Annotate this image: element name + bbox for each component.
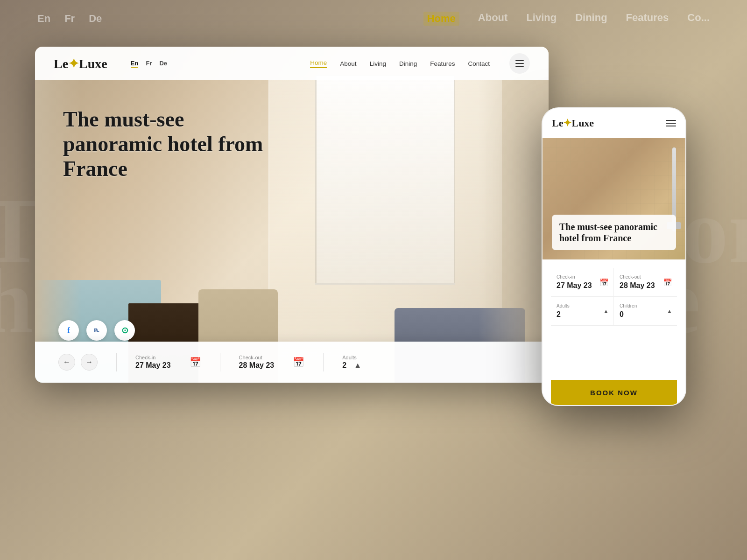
- mobile-headline-overlay: The must-see panoramic hotel from France: [552, 215, 676, 250]
- mobile-navbar: Le✦Luxe: [543, 108, 685, 138]
- mobile-checkout-field[interactable]: Check-out 28 May 23 📅: [614, 268, 677, 296]
- nav-lang-de[interactable]: De: [159, 60, 167, 68]
- nav-contact[interactable]: Contact: [468, 60, 490, 67]
- hamburger-button[interactable]: [509, 53, 530, 74]
- mobile-headline-box: The must-see panoramic hotel from France: [552, 215, 676, 250]
- mobile-ham-line-1: [666, 120, 676, 121]
- mobile-children-label: Children: [620, 303, 671, 308]
- desktop-headline: The must-see panoramic hotel from France: [63, 107, 287, 182]
- desktop-nav-lang[interactable]: En Fr De: [131, 60, 167, 68]
- adults-value: 2: [342, 361, 346, 370]
- facebook-icon[interactable]: f: [58, 320, 79, 341]
- mobile-logo: Le✦Luxe: [552, 117, 594, 129]
- mobile-checkout-value: 28 May 23: [620, 281, 655, 289]
- mobile-adults-field[interactable]: Adults 2 ▲: [551, 297, 614, 325]
- mobile-hero-image: The must-see panoramic hotel from France: [543, 138, 685, 259]
- checkin-calendar-icon[interactable]: 📅: [190, 357, 201, 368]
- bg-nav-features: Features: [626, 12, 669, 26]
- bg-nav-dining: Dining: [575, 12, 607, 26]
- hamburger-line-3: [515, 66, 524, 67]
- separator-2: [220, 353, 220, 371]
- nav-lang-fr[interactable]: Fr: [146, 60, 152, 68]
- hamburger-line-1: [515, 60, 524, 61]
- mobile-book-now-button[interactable]: BOOK NOW: [551, 380, 677, 405]
- mobile-children-value: 0: [620, 310, 624, 318]
- window-shape: [315, 75, 455, 285]
- nav-features[interactable]: Features: [430, 60, 455, 67]
- nav-living[interactable]: Living: [370, 60, 386, 67]
- tripadvisor-icon[interactable]: ⊙: [114, 320, 135, 341]
- social-icons: f B. ⊙: [58, 320, 135, 341]
- mobile-inner: Le✦Luxe The must-see panoramic hotel fro…: [543, 108, 685, 405]
- checkout-label: Check-out: [239, 355, 275, 360]
- nav-dining[interactable]: Dining: [399, 60, 417, 67]
- logo-luxe: Luxe: [79, 56, 107, 71]
- bg-nav-co: Co...: [687, 12, 710, 26]
- mobile-adults-arrow[interactable]: ▲: [603, 308, 609, 315]
- nav-home[interactable]: Home: [310, 59, 327, 68]
- adults-label: Adults: [342, 355, 361, 360]
- mobile-mockup: Le✦Luxe The must-see panoramic hotel fro…: [542, 107, 686, 406]
- mobile-adults-label: Adults: [557, 303, 608, 308]
- mobile-ham-line-2: [666, 123, 676, 124]
- desktop-headline-text: The must-see panoramic hotel from France: [63, 107, 287, 182]
- hamburger-line-2: [515, 63, 524, 64]
- checkin-field[interactable]: Check-in 27 May 23: [135, 355, 171, 370]
- mobile-logo-le: Le: [552, 117, 563, 129]
- bg-nav-lang: En Fr De: [37, 13, 102, 25]
- bg-nav-living: Living: [526, 12, 557, 26]
- mobile-checkin-field[interactable]: Check-in 27 May 23 📅: [551, 268, 614, 296]
- mobile-checkin-value: 27 May 23: [557, 281, 592, 289]
- checkin-value: 27 May 23: [135, 361, 171, 370]
- checkout-value: 28 May 23: [239, 361, 275, 370]
- adults-control: 2 ▲: [342, 361, 361, 370]
- mobile-logo-star: ✦: [563, 117, 571, 129]
- desktop-logo: Le✦Luxe: [54, 56, 107, 71]
- logo-star: ✦: [68, 56, 79, 71]
- mobile-booking-row-2: Adults 2 ▲ Children 0 ▲: [551, 297, 677, 326]
- checkin-label: Check-in: [135, 355, 171, 360]
- bg-nav-about: About: [478, 12, 508, 26]
- next-slide-button[interactable]: →: [81, 354, 98, 371]
- bg-nav-fr: Fr: [64, 13, 75, 25]
- bg-nav-en: En: [37, 13, 50, 25]
- prev-slide-button[interactable]: ←: [58, 354, 75, 371]
- mobile-headline-text: The must-see panoramic hotel from France: [559, 221, 669, 244]
- mobile-adults-value: 2: [557, 310, 561, 318]
- desktop-mockup: Le✦Luxe En Fr De Home About Living Dinin…: [35, 47, 549, 383]
- nav-about[interactable]: About: [340, 60, 356, 67]
- mobile-booking-form: Check-in 27 May 23 📅 Check-out 28 May 23…: [543, 259, 685, 405]
- separator-3: [323, 353, 324, 371]
- bg-nav-de: De: [89, 13, 102, 25]
- booking-icon[interactable]: B.: [86, 320, 107, 341]
- mobile-logo-luxe: Luxe: [571, 117, 594, 129]
- checkout-calendar-icon[interactable]: 📅: [293, 357, 304, 368]
- mobile-hamburger-button[interactable]: [666, 120, 676, 126]
- mobile-booking-row-1: Check-in 27 May 23 📅 Check-out 28 May 23…: [551, 268, 677, 297]
- adults-increment-button[interactable]: ▲: [354, 361, 361, 370]
- desktop-navbar: Le✦Luxe En Fr De Home About Living Dinin…: [35, 47, 549, 80]
- mobile-checkin-calendar-icon[interactable]: 📅: [599, 278, 609, 287]
- mobile-checkout-calendar-icon[interactable]: 📅: [663, 278, 672, 287]
- desktop-nav-links: Home About Living Dining Features Contac…: [310, 59, 490, 68]
- mobile-children-field[interactable]: Children 0 ▲: [614, 297, 677, 325]
- separator-1: [116, 353, 117, 371]
- mobile-ham-line-3: [666, 126, 676, 126]
- bg-nav-home: Home: [423, 12, 459, 26]
- nav-lang-en[interactable]: En: [131, 60, 139, 68]
- adults-field[interactable]: Adults 2 ▲: [342, 355, 361, 370]
- logo-le: Le: [54, 56, 68, 71]
- curtain-right: [479, 80, 549, 342]
- desktop-booking-bar: ← → Check-in 27 May 23 📅 Check-out 28 Ma…: [35, 342, 549, 383]
- checkout-field[interactable]: Check-out 28 May 23: [239, 355, 275, 370]
- bg-nav-links: Home About Living Dining Features Co...: [423, 12, 710, 26]
- slide-nav-arrows: ← →: [58, 354, 98, 371]
- mobile-children-arrow[interactable]: ▲: [667, 308, 672, 315]
